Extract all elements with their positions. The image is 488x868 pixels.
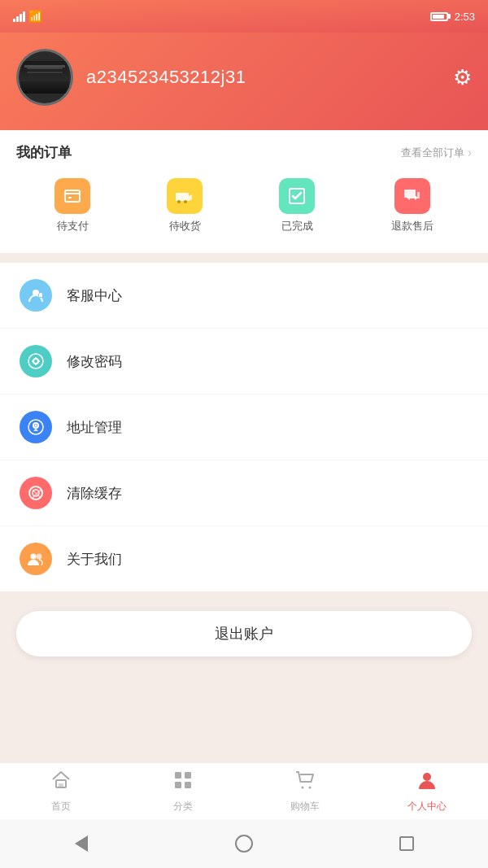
time-display: 2:53 [455,11,475,23]
pending-receive-label: 待收货 [169,219,201,233]
svg-rect-15 [37,360,40,362]
recents-icon [399,836,414,851]
cart-icon [294,770,316,796]
orders-header: 我的订单 查看全部订单 [16,130,472,173]
order-pending-receive[interactable]: 待收货 [167,178,203,233]
status-left: 📶 [13,10,42,23]
recents-button[interactable] [394,831,419,856]
svg-rect-2 [176,193,189,201]
svg-point-18 [35,425,37,427]
nav-cart[interactable]: 购物车 [244,770,366,813]
pending-receive-icon [167,178,203,214]
svg-point-4 [184,200,187,203]
logout-section: 退出账户 [0,591,488,676]
completed-icon [279,178,315,214]
back-icon [75,835,88,852]
svg-point-3 [177,200,181,203]
menu-item-clear-cache[interactable]: 清除缓存 [0,460,488,526]
refund-icon [394,178,430,214]
svg-point-21 [31,554,37,560]
nav-cart-label: 购物车 [290,800,320,813]
svg-rect-0 [65,190,80,202]
svg-rect-27 [175,782,181,788]
clear-cache-icon [20,477,52,509]
home-button[interactable] [232,831,256,856]
header-left: a234523453212j31 [16,49,246,106]
order-pending-pay[interactable]: 待支付 [54,178,90,233]
logout-button[interactable]: 退出账户 [16,611,472,656]
battery-icon [430,12,448,21]
menu-item-address[interactable]: 地址管理 [0,395,488,460]
menu-item-customer-service[interactable]: 客服中心 [0,263,488,329]
nav-category[interactable]: 分类 [122,770,244,813]
category-icon [172,770,194,796]
svg-rect-1 [68,197,72,198]
menu-item-change-password[interactable]: 修改密码 [0,329,488,395]
avatar[interactable] [16,49,73,106]
wifi-icon: 📶 [28,10,42,23]
svg-point-30 [309,786,312,788]
address-label: 地址管理 [67,418,122,437]
settings-icon[interactable]: ⚙ [453,65,472,90]
orders-icons: 待支付 待收货 已完成 [16,173,472,240]
change-password-icon [20,345,52,377]
orders-title: 我的订单 [16,143,72,162]
back-button[interactable] [69,831,94,856]
customer-service-icon [20,279,52,312]
refund-label: 退款售后 [391,219,434,233]
home-icon [50,770,72,796]
order-completed[interactable]: 已完成 [279,178,315,233]
view-all-orders-link[interactable]: 查看全部订单 [401,146,472,160]
menu-section: 客服中心 修改密码 地址管理 [0,263,488,591]
svg-point-29 [302,786,304,788]
username-display: a234523453212j31 [86,67,246,88]
avatar-image [20,61,69,94]
nav-home-label: 首页 [51,800,71,813]
svg-rect-12 [35,357,37,360]
customer-service-label: 客服中心 [67,286,122,305]
signal-icon [13,11,25,22]
clear-cache-label: 清除缓存 [67,484,122,503]
order-refund[interactable]: 退款售后 [391,178,434,233]
system-nav [0,819,488,868]
svg-rect-13 [35,363,37,365]
nav-profile-label: 个人中心 [407,800,447,813]
pending-pay-icon [54,178,90,214]
status-bar: 📶 2:53 [0,0,488,33]
profile-icon [416,770,438,796]
nav-category-label: 分类 [173,800,193,813]
menu-item-about[interactable]: 关于我们 [0,526,488,591]
svg-point-31 [423,773,431,781]
completed-label: 已完成 [281,219,313,233]
nav-home[interactable]: 首页 [0,770,122,813]
status-right: 2:53 [430,11,475,23]
header: a234523453212j31 ⚙ [0,33,488,130]
chevron-right-icon [466,146,472,160]
nav-profile[interactable]: 个人中心 [366,770,488,813]
svg-rect-26 [185,772,191,779]
svg-rect-14 [32,360,34,362]
about-label: 关于我们 [67,550,122,569]
svg-rect-24 [59,783,63,787]
about-icon [20,543,52,575]
change-password-label: 修改密码 [67,352,122,371]
svg-point-22 [37,554,42,560]
bottom-nav: 首页 分类 购物车 个人中心 [0,762,488,819]
home-system-icon [235,835,253,853]
pending-pay-label: 待支付 [57,219,89,233]
svg-rect-25 [175,772,181,779]
svg-point-11 [34,360,37,363]
svg-rect-28 [185,782,191,788]
orders-section: 我的订单 查看全部订单 待支付 [0,130,488,253]
address-icon [20,411,52,443]
